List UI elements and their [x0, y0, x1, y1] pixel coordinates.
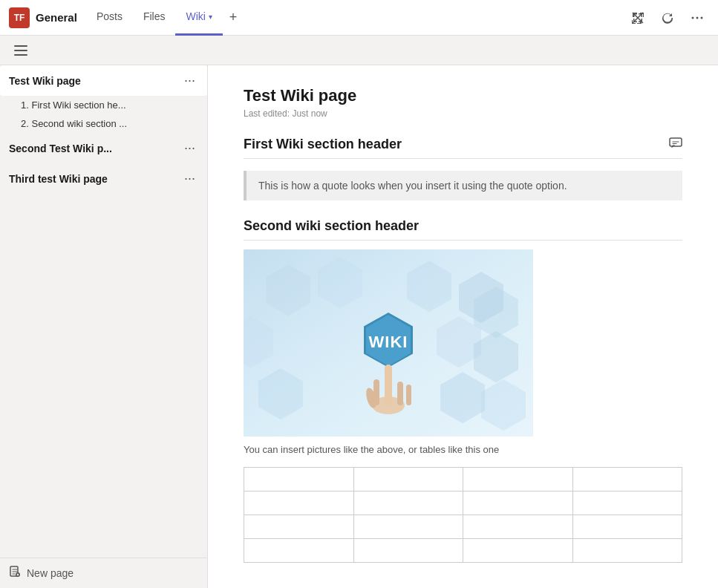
section-label: First Wiki section he...	[31, 99, 125, 111]
table-cell[interactable]	[463, 515, 573, 539]
wiki-table	[244, 467, 682, 563]
svg-rect-3	[642, 13, 643, 17]
table-cell[interactable]	[572, 515, 682, 539]
table-row	[244, 491, 682, 515]
table-cell[interactable]	[353, 491, 463, 515]
add-tab-button[interactable]: +	[223, 7, 244, 28]
table-cell[interactable]	[244, 468, 354, 491]
new-page-icon	[9, 566, 21, 581]
topbar: TF General Posts Files Wiki ▾ +	[0, 0, 718, 36]
table-cell[interactable]	[353, 539, 463, 563]
sidebar-page-2[interactable]: Second Test Wiki p... ···	[0, 133, 207, 163]
tab-files[interactable]: Files	[133, 0, 176, 36]
svg-rect-11	[14, 45, 27, 47]
chevron-down-icon: ▾	[209, 13, 212, 21]
sidebar-page-3[interactable]: Third test Wiki page ···	[0, 163, 207, 194]
topbar-actions	[626, 6, 709, 30]
wiki-last-edited: Last edited: Just now	[244, 108, 682, 119]
wiki-image: WIKI	[244, 249, 533, 437]
wiki-image-caption: You can insert pictures like the above, …	[244, 444, 682, 455]
section-index: 2.	[21, 118, 29, 129]
wiki-section-2-header: Second wiki section header	[244, 218, 682, 241]
wiki-page-title: Test Wiki page	[244, 86, 682, 105]
sidebar-page-2-title: Second Test Wiki p...	[9, 143, 181, 154]
sidebar-page-1[interactable]: Test Wiki page ···	[0, 65, 207, 96]
hex-graphic: WIKI	[244, 249, 533, 437]
sidebar-page-1-more-icon[interactable]: ···	[181, 71, 198, 90]
tab-wiki[interactable]: Wiki ▾	[175, 0, 222, 36]
wiki-content: Test Wiki page Last edited: Just now Fir…	[208, 65, 718, 588]
wiki-section-1-title: First Wiki section header	[244, 137, 402, 152]
sidebar-section-1-2[interactable]: 2. Second wiki section ...	[0, 114, 207, 133]
wiki-section-1-header: First Wiki section header	[244, 137, 682, 159]
sidebar-page-2-more-icon[interactable]: ···	[181, 139, 198, 157]
svg-point-9	[696, 16, 699, 19]
svg-rect-33	[385, 365, 392, 405]
team-name: General	[36, 11, 77, 24]
tab-bar: Posts Files Wiki ▾ +	[86, 0, 620, 36]
tab-wiki-label: Wiki	[186, 10, 205, 22]
svg-rect-12	[14, 50, 27, 51]
table-row	[244, 539, 682, 563]
main-area: Test Wiki page ··· 1. First Wiki section…	[0, 65, 718, 588]
table-cell[interactable]	[353, 468, 463, 491]
svg-rect-13	[14, 54, 27, 56]
table-cell[interactable]	[572, 468, 682, 491]
new-page-label: New page	[27, 567, 74, 579]
sub-topbar	[0, 36, 718, 65]
more-icon[interactable]	[685, 6, 709, 30]
svg-rect-35	[397, 382, 403, 405]
table-row	[244, 515, 682, 539]
table-cell[interactable]	[463, 539, 573, 563]
hamburger-menu-button[interactable]	[10, 40, 31, 61]
wiki-quote-block: This is how a quote looks when you inser…	[244, 171, 682, 200]
svg-rect-1	[633, 13, 635, 17]
comment-icon[interactable]	[669, 137, 682, 152]
sidebar-page-3-more-icon[interactable]: ···	[181, 169, 198, 188]
sidebar-page-1-title: Test Wiki page	[9, 75, 181, 87]
new-page-button[interactable]: New page	[0, 558, 207, 588]
svg-point-8	[692, 16, 694, 19]
svg-rect-7	[642, 19, 643, 22]
expand-icon[interactable]	[626, 6, 650, 30]
table-cell[interactable]	[463, 468, 573, 491]
svg-rect-36	[406, 385, 411, 405]
svg-text:WIKI: WIKI	[369, 333, 408, 351]
refresh-icon[interactable]	[656, 6, 679, 30]
sidebar-page-3-title: Third test Wiki page	[9, 173, 181, 185]
table-row	[244, 468, 682, 491]
sidebar-section-1-1[interactable]: 1. First Wiki section he...	[0, 96, 207, 114]
section-label: Second wiki section ...	[31, 118, 127, 129]
table-cell[interactable]	[572, 491, 682, 515]
svg-point-10	[701, 16, 703, 19]
svg-rect-5	[633, 19, 635, 22]
table-cell[interactable]	[244, 539, 354, 563]
tab-posts[interactable]: Posts	[86, 0, 133, 36]
avatar: TF	[9, 7, 30, 28]
table-cell[interactable]	[244, 515, 354, 539]
table-cell[interactable]	[463, 491, 573, 515]
section-index: 1.	[21, 99, 29, 111]
table-cell[interactable]	[572, 539, 682, 563]
table-cell[interactable]	[244, 491, 354, 515]
table-cell[interactable]	[353, 515, 463, 539]
sidebar: Test Wiki page ··· 1. First Wiki section…	[0, 65, 208, 588]
